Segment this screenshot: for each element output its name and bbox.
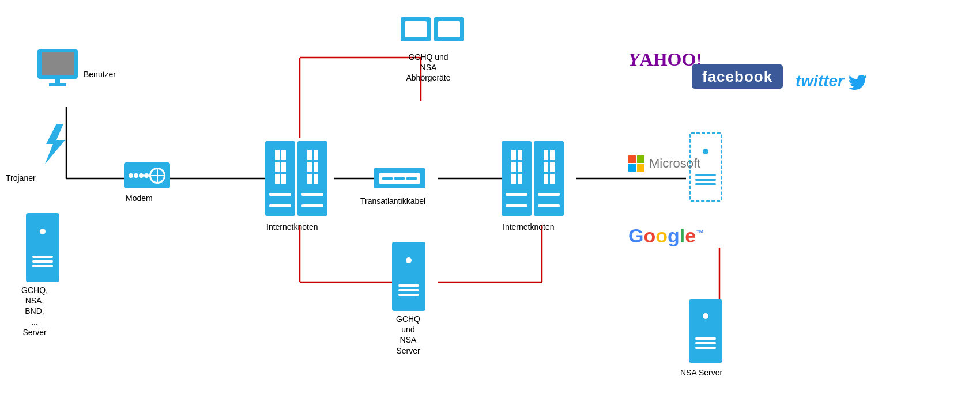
rack-slot-row [307, 150, 318, 160]
rack-slots [307, 150, 318, 184]
microsoft-logo: Microsoft [628, 155, 700, 172]
rack-bottom-line [301, 193, 323, 196]
rack-slot [518, 150, 522, 160]
trojaner-icon [39, 124, 71, 166]
server-line-dashed [695, 183, 716, 185]
rack-slot-row [511, 174, 522, 184]
ms-green [637, 155, 644, 163]
rack-slot [275, 162, 280, 172]
rack-slot [511, 150, 516, 160]
rack-slot-row [275, 174, 286, 184]
facebook-logo: facebook [692, 68, 783, 86]
google-logo: Google™ [628, 225, 704, 247]
ms-blue [628, 164, 636, 172]
cable-tap-line [382, 177, 393, 180]
nsa-server-right [689, 299, 722, 363]
server-line [695, 347, 716, 349]
modem [124, 162, 170, 188]
cable-tap-line [406, 177, 417, 180]
server-line [695, 337, 716, 340]
server-body-nsa [689, 299, 722, 363]
rack-slot-row [511, 162, 522, 172]
rack-slot [518, 174, 522, 184]
microsoft-text: Microsoft [649, 156, 700, 171]
server-line-dashed [695, 179, 716, 181]
diagram: Benutzer Trojaner GCHQ, NSA, BND, ... Se… [0, 0, 980, 410]
rack-slot [281, 150, 286, 160]
monitor-base [49, 83, 66, 86]
rack-slot-row [511, 150, 522, 160]
rack-bottom-line [269, 204, 291, 207]
server-dot [40, 229, 46, 234]
rack-slot [307, 162, 312, 172]
rack-slot [275, 174, 280, 184]
internetknoten-left-label: Internetknoten [266, 222, 318, 232]
rack-slot-row [307, 162, 318, 172]
server-dot [703, 313, 708, 319]
rack-slot [544, 174, 548, 184]
rack-slot [511, 162, 516, 172]
server-dot [406, 257, 412, 263]
server-line-dashed [695, 174, 716, 176]
yahoo-text: YAHOO! [628, 49, 702, 70]
gchq-abhor-devices [401, 17, 464, 41]
rack-slot [550, 150, 555, 160]
yahoo-y: Y [628, 49, 640, 70]
rack-bottom-line [538, 193, 560, 196]
rack-slots [544, 150, 555, 184]
ms-red [628, 155, 636, 163]
server-line [695, 342, 716, 344]
google-text: Google™ [628, 225, 704, 246]
cable-tap [374, 168, 425, 188]
trojaner-label: Trojaner [6, 173, 36, 183]
tap-device-screen [405, 21, 427, 37]
twitter-logo: twitter [796, 72, 867, 90]
facebook-text: facebook [692, 64, 783, 89]
tap-device-2 [434, 17, 464, 41]
monitor [37, 49, 78, 79]
server-lines [695, 337, 716, 349]
modem-dot [144, 173, 149, 178]
gchq-bnd-server [26, 213, 59, 282]
rack-slots [511, 150, 522, 184]
twitter-text: twitter [796, 72, 867, 90]
rack-unit-right-1 [502, 141, 532, 216]
server-line [398, 294, 419, 296]
gchq-abhor-label: GCHQ und NSA Abhörgeräte [391, 52, 466, 83]
yahoo-logo: YAHOO! [628, 49, 702, 70]
cable-tap-body [374, 168, 425, 188]
server-lines [32, 256, 53, 267]
modem-dot [139, 173, 144, 178]
rack-slot [314, 150, 318, 160]
rack-slot [544, 150, 548, 160]
rack-unit-left-2 [297, 141, 327, 216]
rack-slot [544, 162, 548, 172]
server-line [398, 284, 419, 287]
g-red2: e [685, 225, 696, 246]
nsa-server-label: NSA Server [680, 367, 722, 378]
server-body [26, 213, 59, 282]
server-line [32, 260, 53, 263]
internetknoten-right [502, 141, 564, 216]
server-lines [695, 174, 716, 185]
benutzer-label: Benutzer [84, 69, 116, 79]
g-green: l [680, 225, 685, 246]
rack-slot [281, 162, 286, 172]
rack-bottom-line [269, 193, 291, 196]
rack-bottom-line [506, 193, 527, 196]
rack-slot [511, 174, 516, 184]
g-yellow: o [655, 225, 668, 246]
rack-slot [275, 150, 280, 160]
rack-bottom-line [301, 204, 323, 207]
rack-slot-row [544, 174, 555, 184]
gchq-bnd-label: GCHQ, NSA, BND, ... Server [6, 285, 63, 337]
cable-tap-inner [379, 173, 420, 184]
modem-label: Modem [126, 193, 153, 203]
svg-marker-15 [45, 124, 65, 164]
rack-slot-row [544, 150, 555, 160]
server-body [392, 242, 425, 311]
transatlantikkabel-label: Transatlantikkabel [360, 196, 425, 206]
gchq-nsa-server-label: GCHQ und NSA Server [374, 314, 443, 356]
rack-bottom-line [538, 204, 560, 207]
rack-unit-right-2 [534, 141, 564, 216]
